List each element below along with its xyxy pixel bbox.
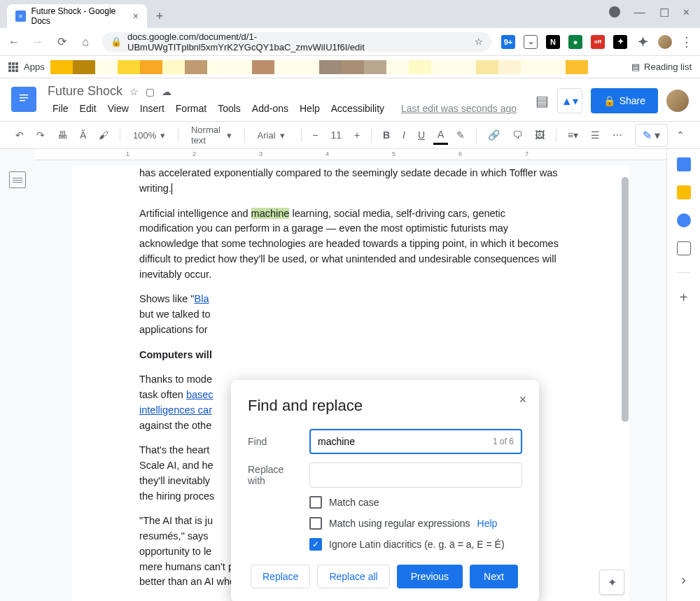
collapse-sidebar-icon[interactable]: › (681, 572, 686, 588)
reading-list-button[interactable]: ▤ Reading list (631, 62, 692, 72)
bookmark-folder[interactable] (342, 60, 364, 74)
bookmark-folder[interactable] (140, 60, 162, 74)
bookmark-folder[interactable] (252, 60, 274, 74)
tasks-app-icon[interactable] (677, 213, 691, 227)
redo-icon[interactable]: ↷ (32, 127, 49, 143)
bookmark-folder[interactable] (230, 60, 252, 74)
image-icon[interactable]: 🖼 (531, 127, 549, 143)
bookmark-folder[interactable] (521, 60, 543, 74)
highlight-icon[interactable]: ✎ (452, 127, 469, 143)
next-button[interactable]: Next (470, 565, 518, 588)
bookmark-folder[interactable] (297, 60, 319, 74)
share-button[interactable]: 🔒 Share (591, 88, 658, 113)
font-size-decrease[interactable]: − (308, 127, 322, 143)
line-spacing-icon[interactable]: ☰ (587, 127, 604, 143)
collapse-icon[interactable]: ⌃ (672, 127, 689, 143)
calendar-app-icon[interactable] (677, 157, 691, 171)
bookmark-folder[interactable] (274, 60, 297, 74)
bookmark-folder[interactable] (409, 60, 431, 74)
document-area[interactable]: 1 2 3 4 5 6 7 has accelerated exponentia… (35, 149, 666, 601)
star-icon[interactable]: ☆ (475, 36, 483, 47)
maximize-icon[interactable]: ☐ (659, 6, 669, 20)
bookmark-folder[interactable] (319, 60, 342, 74)
close-window-icon[interactable]: × (683, 6, 690, 20)
bookmark-folder[interactable] (95, 60, 118, 74)
apps-grid-icon[interactable] (8, 62, 18, 72)
back-icon[interactable]: ← (7, 36, 21, 48)
link[interactable]: intelligences car (139, 404, 212, 416)
add-app-icon[interactable]: + (680, 290, 688, 306)
reload-icon[interactable]: ⟳ (55, 35, 69, 48)
bold-icon[interactable]: B (379, 127, 394, 143)
menu-insert[interactable]: Insert (135, 100, 169, 117)
outline-icon[interactable] (9, 171, 26, 188)
explore-button[interactable]: ✦ (599, 570, 624, 595)
font-select[interactable]: Arial▾ (252, 127, 294, 143)
present-button[interactable]: ▲▾ (557, 88, 582, 113)
close-tab-icon[interactable]: × (133, 10, 139, 22)
menu-format[interactable]: Format (171, 100, 211, 117)
previous-button[interactable]: Previous (397, 565, 463, 588)
ruler[interactable]: 1 2 3 4 5 6 7 (35, 149, 666, 160)
close-dialog-icon[interactable]: × (519, 393, 526, 407)
paint-format-icon[interactable]: 🖌 (94, 127, 113, 143)
bookmark-folder[interactable] (118, 60, 140, 74)
bookmark-folder[interactable] (476, 60, 498, 74)
menu-file[interactable]: File (48, 100, 74, 117)
browser-tab[interactable]: ≡ Future Shock - Google Docs × (7, 4, 147, 28)
extensions-icon[interactable]: ✦ (636, 35, 650, 49)
ext-icon-black[interactable]: ✦ (613, 35, 627, 49)
comments-icon[interactable]: ▤ (536, 92, 549, 109)
find-input[interactable]: machine 1 of 6 (309, 429, 522, 454)
bookmark-folder[interactable] (162, 60, 185, 74)
bookmark-folder[interactable] (431, 60, 454, 74)
undo-icon[interactable]: ↶ (11, 127, 28, 143)
menu-accessibility[interactable]: Accessibility (326, 100, 389, 117)
menu-view[interactable]: View (103, 100, 134, 117)
ext-icon-n[interactable]: N (546, 35, 560, 49)
underline-icon[interactable]: U (414, 127, 429, 143)
spellcheck-icon[interactable]: Ă (76, 127, 90, 143)
minimize-icon[interactable]: — (634, 6, 645, 20)
pocket-icon[interactable]: ⌄ (524, 35, 538, 49)
style-select[interactable]: Normal text▾ (186, 122, 237, 148)
bookmark-folder[interactable] (207, 60, 230, 74)
replace-button[interactable]: Replace (251, 565, 310, 588)
user-avatar[interactable] (666, 90, 689, 112)
last-edit-link[interactable]: Last edit was seconds ago (396, 100, 522, 117)
bookmark-folder[interactable] (185, 60, 207, 74)
font-size-increase[interactable]: + (350, 127, 364, 143)
match-case-checkbox[interactable] (309, 496, 322, 509)
docs-logo[interactable] (11, 87, 36, 112)
link[interactable]: Bla (194, 293, 209, 304)
diacritics-checkbox[interactable]: ✓ (309, 538, 322, 551)
zoom-select[interactable]: 100%▾ (127, 127, 171, 143)
link[interactable]: basec (186, 389, 214, 400)
scroll-thumb[interactable] (622, 177, 629, 422)
bookmark-folder[interactable] (386, 60, 409, 74)
menu-help[interactable]: Help (295, 100, 325, 117)
contacts-app-icon[interactable] (677, 241, 691, 255)
menu-tools[interactable]: Tools (213, 100, 246, 117)
ext-icon-green[interactable]: ● (568, 35, 582, 49)
profile-avatar-small[interactable] (658, 35, 672, 49)
comment-icon[interactable]: 🗨 (508, 127, 526, 143)
replace-all-button[interactable]: Replace all (317, 565, 389, 588)
bookmark-folder[interactable] (73, 60, 95, 74)
ext-icon-1[interactable]: 9+ (501, 35, 515, 49)
editing-mode-button[interactable]: ✎▾ (635, 124, 668, 147)
ext-icon-off[interactable]: off (591, 35, 605, 49)
menu-dots-icon[interactable]: ⋮ (680, 34, 693, 50)
replace-input[interactable] (309, 462, 522, 488)
home-icon[interactable]: ⌂ (78, 36, 92, 48)
apps-label[interactable]: Apps (24, 62, 45, 72)
document-title[interactable]: Future Shock (48, 84, 122, 99)
bookmark-folder[interactable] (454, 60, 476, 74)
align-icon[interactable]: ≡▾ (564, 127, 582, 143)
star-doc-icon[interactable]: ☆ (130, 86, 139, 97)
scrollbar[interactable] (622, 149, 630, 601)
text-color-icon[interactable]: A (433, 126, 448, 145)
font-size[interactable]: 11 (327, 127, 346, 143)
menu-edit[interactable]: Edit (75, 100, 102, 117)
bookmark-folder[interactable] (364, 60, 386, 74)
